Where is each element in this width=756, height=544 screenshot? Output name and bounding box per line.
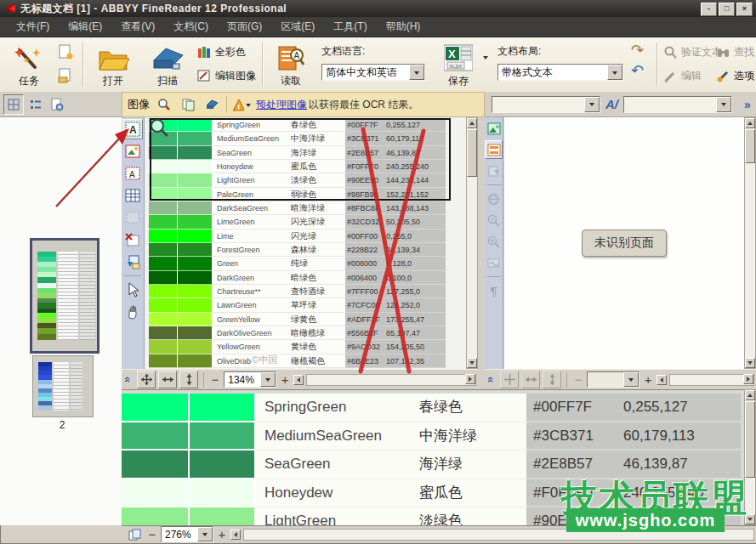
table-region-tool[interactable]	[122, 185, 143, 206]
zoom-out-button[interactable]: −	[209, 372, 221, 387]
zoom-in-button[interactable]: +	[279, 372, 291, 387]
scroll-left-button[interactable]	[293, 375, 304, 385]
find-button[interactable]: 查找	[717, 43, 754, 60]
zoom-in-button[interactable]: +	[216, 527, 228, 541]
zoom-window-button[interactable]	[125, 525, 144, 544]
region-selection-rect[interactable]	[150, 118, 451, 201]
zoom-out-button[interactable]: −	[146, 527, 158, 541]
menu-item[interactable]: 文档(C)	[164, 17, 218, 37]
pan-tool[interactable]	[122, 302, 143, 322]
edit-image-button[interactable]: 编辑图像	[197, 67, 256, 84]
chevron-down-icon[interactable]	[584, 97, 600, 112]
text-view[interactable]: 未识别页面	[504, 117, 744, 370]
maximize-button[interactable]: □	[719, 3, 735, 16]
menu-item[interactable]: 查看(V)	[111, 17, 164, 37]
picture-region-tool[interactable]	[122, 141, 143, 162]
select-tool[interactable]	[122, 280, 143, 300]
scroll-down-button[interactable]	[467, 358, 477, 368]
save-dropdown-button[interactable]	[483, 60, 488, 75]
preprocess-image-link[interactable]: 预处理图像	[256, 98, 307, 112]
scan-button[interactable]: 扫描	[143, 39, 192, 88]
text-vertical-scrollbar[interactable]	[744, 117, 756, 369]
image-vertical-scrollbar[interactable]	[466, 117, 478, 369]
details-view-button[interactable]	[26, 95, 45, 114]
sign-text-button[interactable]	[485, 253, 503, 272]
font-combobox[interactable]	[623, 96, 732, 113]
show-formatting-button[interactable]: ¶	[485, 281, 503, 300]
chevron-down-icon[interactable]	[409, 65, 424, 80]
scroll-up-button[interactable]	[745, 390, 755, 400]
open-button[interactable]: 打开	[88, 39, 138, 88]
scroll-left-button[interactable]	[657, 375, 667, 385]
redo-button[interactable]: ↷	[631, 41, 644, 60]
panel-splitter[interactable]	[478, 117, 485, 389]
fit-height-button[interactable]	[543, 371, 561, 388]
thumbnails-view-button[interactable]	[3, 94, 24, 115]
doc-layout-combobox[interactable]: 带格式文本	[497, 64, 623, 81]
scroll-up-button[interactable]	[745, 118, 755, 128]
minimize-button[interactable]: -	[701, 3, 717, 16]
zoom-out-page-button[interactable]	[485, 211, 503, 230]
add-image-button[interactable]	[54, 65, 77, 86]
fit-page-button[interactable]	[137, 371, 156, 388]
scroll-down-button[interactable]	[745, 358, 755, 368]
menu-item[interactable]: 工具(T)	[324, 17, 376, 37]
recognize-region-tool[interactable]	[122, 207, 143, 228]
page-properties-button[interactable]	[48, 95, 66, 114]
zoom-in-page-button[interactable]	[485, 232, 503, 251]
doc-language-combobox[interactable]: 简体中文和英语	[321, 64, 425, 81]
warning-dropdown[interactable]: !	[232, 95, 251, 114]
menu-item[interactable]: 文件(F)	[7, 17, 59, 37]
style-combobox[interactable]	[492, 96, 600, 113]
show-layout-button[interactable]	[485, 140, 503, 159]
scroll-right-button[interactable]	[743, 374, 753, 384]
chevron-down-icon[interactable]	[716, 97, 731, 112]
page-thumbnail-1[interactable]	[30, 238, 99, 354]
close-button[interactable]: ×	[736, 3, 753, 16]
full-color-button[interactable]: 全彩色	[197, 43, 256, 60]
menu-item[interactable]: 区域(E)	[271, 17, 324, 37]
fit-width-button[interactable]	[521, 371, 540, 388]
reorder-regions-tool[interactable]	[122, 252, 143, 272]
chevron-down-icon[interactable]	[260, 372, 276, 387]
rescan-page-button[interactable]	[202, 95, 221, 114]
zoom-tool-button[interactable]	[155, 95, 173, 114]
fit-width-button[interactable]	[158, 371, 177, 388]
panel-zoom-combobox[interactable]: 276%	[161, 526, 213, 542]
text-horizontal-scrollbar[interactable]	[669, 374, 754, 386]
task-button[interactable]: 任务	[7, 39, 51, 88]
save-button[interactable]: XXLSX 保存	[439, 39, 478, 88]
scroll-right-button[interactable]	[465, 374, 475, 384]
collapse-panel-button[interactable]: «	[122, 377, 134, 382]
scroll-thumb[interactable]	[745, 129, 755, 163]
scroll-left-button[interactable]	[230, 530, 241, 540]
show-image-button[interactable]	[485, 119, 503, 138]
new-page-button[interactable]	[54, 42, 77, 62]
fit-page-button[interactable]	[500, 371, 519, 388]
text-region-tool[interactable]: A	[122, 119, 143, 139]
edit-button[interactable]: 编辑	[664, 67, 722, 84]
zoom-out-button[interactable]: −	[572, 372, 584, 387]
export-web-button[interactable]	[485, 190, 503, 208]
copy-page-button[interactable]	[179, 95, 197, 114]
verify-text-button[interactable]: 验证文本	[664, 43, 722, 60]
more-tools-button[interactable]: »	[744, 98, 751, 111]
menu-item[interactable]: 编辑(E)	[59, 17, 111, 37]
collapse-panel-button[interactable]: «	[485, 377, 497, 382]
chevron-down-icon[interactable]	[607, 65, 622, 80]
options-button[interactable]: 选项	[717, 67, 754, 84]
undo-button[interactable]: ↶	[631, 61, 644, 80]
delete-region-tool[interactable]	[122, 230, 143, 250]
scroll-thumb[interactable]	[745, 401, 755, 478]
chevron-down-icon[interactable]	[623, 372, 639, 387]
zoom-in-button[interactable]: +	[642, 372, 654, 387]
chevron-down-icon[interactable]	[197, 527, 213, 541]
background-picture-region-tool[interactable]: A	[122, 163, 143, 184]
image-zoom-combobox[interactable]: 134%	[224, 371, 276, 388]
menu-item[interactable]: 页面(G)	[218, 17, 271, 37]
image-horizontal-scrollbar[interactable]	[306, 374, 476, 386]
page-thumbnail-2[interactable]	[32, 355, 94, 417]
scroll-thumb[interactable]	[467, 129, 477, 177]
read-button[interactable]: A 读取	[269, 39, 313, 88]
fit-height-button[interactable]	[179, 371, 198, 388]
